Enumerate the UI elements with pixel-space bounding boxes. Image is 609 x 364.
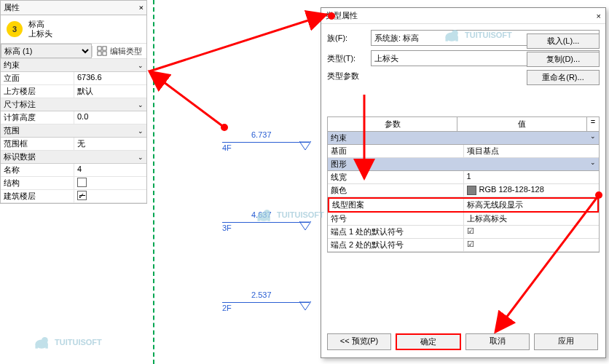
row-default1[interactable]: 端点 1 处的默认符号☑ xyxy=(328,226,599,239)
preview-button[interactable]: << 预览(P) xyxy=(327,333,391,350)
level-value: 2.537 xyxy=(251,290,272,299)
type-label: 类型(T): xyxy=(327,53,366,64)
type-properties-dialog: 类型属性 × 族(F): 系统族: 标高▾ 类型(T): 上标头▾ 载入(L).… xyxy=(321,7,606,358)
drawing-canvas[interactable]: 6.7374F4.6373F2.5372F xyxy=(153,0,317,364)
prop-struct[interactable]: 结构 xyxy=(1,177,146,190)
collapse-icon: ⌄ xyxy=(138,101,144,108)
rename-button[interactable]: 重命名(R)... xyxy=(527,70,600,85)
level-marker[interactable]: 4.6373F xyxy=(222,222,310,223)
row-lineweight[interactable]: 线宽1 xyxy=(328,171,599,184)
grid-line xyxy=(153,0,154,364)
level-marker[interactable]: 2.5372F xyxy=(222,302,310,303)
watermark: TUITUISOFT xyxy=(33,335,102,349)
level-head-icon xyxy=(299,141,311,153)
close-icon[interactable]: × xyxy=(138,3,144,12)
prop-above[interactable]: 上方楼层默认 xyxy=(1,85,146,98)
svg-point-14 xyxy=(42,337,48,344)
collapse-icon: ⌄ xyxy=(138,127,144,135)
load-button[interactable]: 载入(L)... xyxy=(527,33,600,49)
group-extent[interactable]: 范围⌄ xyxy=(1,124,146,138)
instance-selector[interactable]: 标高 (1) xyxy=(1,44,92,58)
level-name: 4F xyxy=(222,143,232,152)
svg-point-22 xyxy=(452,30,458,36)
collapse-icon: ⌄ xyxy=(138,62,144,69)
group-constraint[interactable]: 约束⌄ xyxy=(328,132,599,145)
group-constraint[interactable]: 约束⌄ xyxy=(1,59,146,72)
duplicate-button[interactable]: 复制(D)... xyxy=(527,52,600,67)
svg-rect-12 xyxy=(35,344,37,349)
color-swatch-icon xyxy=(467,186,476,195)
properties-header: 属性 × xyxy=(1,1,146,15)
row-linepattern[interactable]: 线型图案标高无线段显示 xyxy=(328,197,599,213)
watermark: TUITUISOFT xyxy=(443,28,512,42)
properties-title: 属性 xyxy=(4,2,20,13)
level-marker[interactable]: 6.7374F xyxy=(222,142,310,143)
properties-panel: 属性 × 3 标高 上标头 标高 (1) 编辑类型 约束⌄ 立面6736.6 上… xyxy=(0,0,147,204)
edit-type-label: 编辑类型 xyxy=(110,46,142,57)
edit-type-button[interactable]: 编辑类型 xyxy=(92,46,146,57)
svg-rect-2 xyxy=(98,52,101,55)
family-label: 族(F): xyxy=(327,33,366,44)
type-line2: 上标头 xyxy=(28,29,52,39)
group-graphics[interactable]: 图形⌄ xyxy=(328,158,599,171)
prop-name[interactable]: 名称4 xyxy=(1,164,146,177)
dialog-title: 类型属性 xyxy=(326,10,358,21)
prop-calc[interactable]: 计算高度0.0 xyxy=(1,111,146,124)
prop-scope[interactable]: 范围框无 xyxy=(1,138,146,151)
checkbox-icon[interactable] xyxy=(77,178,87,187)
group-dim[interactable]: 尺寸标注⌄ xyxy=(1,98,146,111)
level-name: 2F xyxy=(222,304,232,312)
type-param-grid: 参数 值 = 约束⌄ 基面项目基点 图形⌄ 线宽1 颜色RGB 128-128-… xyxy=(327,116,600,253)
type-line1: 标高 xyxy=(28,20,52,29)
svg-point-18 xyxy=(264,210,270,216)
prop-elevation[interactable]: 立面6736.6 xyxy=(1,72,146,85)
row-base[interactable]: 基面项目基点 xyxy=(328,145,599,158)
level-name: 3F xyxy=(222,223,232,232)
svg-rect-0 xyxy=(98,47,101,50)
dialog-header[interactable]: 类型属性 × xyxy=(321,8,605,24)
watermark: TUITUISOFT xyxy=(255,207,324,222)
grid-header: 参数 值 = xyxy=(328,117,599,132)
level-head-icon xyxy=(299,221,311,233)
group-ident[interactable]: 标识数据⌄ xyxy=(1,151,146,164)
checkbox-icon[interactable]: ✓ xyxy=(77,191,87,200)
type-selector[interactable]: 3 标高 上标头 xyxy=(1,15,146,44)
level-head-icon xyxy=(299,301,311,313)
svg-rect-20 xyxy=(445,37,447,41)
step-badge: 3 xyxy=(7,21,23,37)
apply-button[interactable]: 应用 xyxy=(534,333,598,350)
edit-type-icon xyxy=(97,46,107,56)
svg-rect-3 xyxy=(103,52,106,55)
cancel-button[interactable]: 取消 xyxy=(465,333,530,350)
svg-rect-1 xyxy=(103,47,106,50)
collapse-icon: ⌄ xyxy=(138,154,144,161)
svg-rect-13 xyxy=(45,344,47,349)
ok-button[interactable]: 确定 xyxy=(396,333,461,350)
dialog-close-icon[interactable]: × xyxy=(597,12,601,20)
row-symbol[interactable]: 符号上标高标头 xyxy=(328,213,599,226)
svg-rect-17 xyxy=(267,217,270,221)
level-value: 6.737 xyxy=(251,130,272,139)
row-color[interactable]: 颜色RGB 128-128-128 xyxy=(328,184,599,197)
svg-rect-16 xyxy=(257,217,259,221)
prop-bldg[interactable]: 建筑楼层✓ xyxy=(1,190,146,203)
type-labels: 标高 上标头 xyxy=(28,20,52,39)
row-default2[interactable]: 端点 2 处的默认符号☑ xyxy=(328,239,599,252)
svg-rect-21 xyxy=(455,37,457,41)
